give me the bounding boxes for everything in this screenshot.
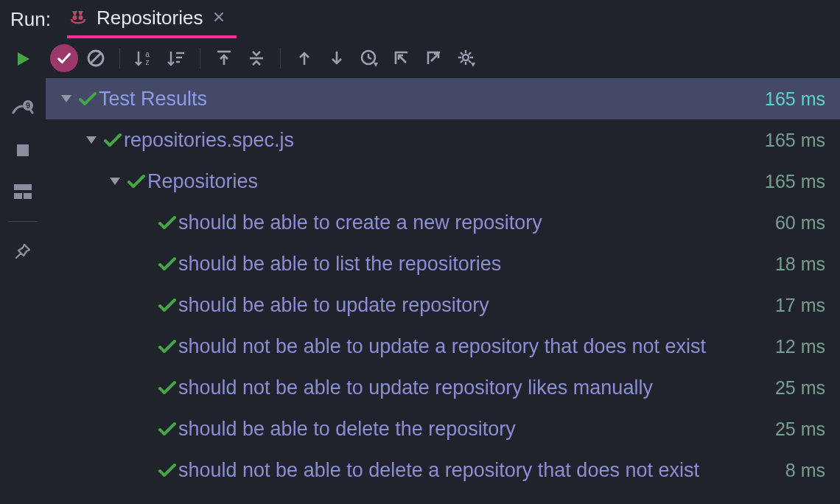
collapse-all-button[interactable] [242,43,271,73]
chevron-down-icon[interactable] [56,94,77,104]
toolbar-separator [119,48,120,69]
left-gutter: 9 [0,38,46,504]
tree-test-label: should not be able to update a repositor… [178,335,766,358]
svg-line-25 [399,55,406,63]
svg-line-33 [469,60,471,63]
export-tests-button[interactable] [419,43,449,73]
tree-root-time: 165 ms [765,88,825,110]
tree-test-time: 25 ms [775,377,825,399]
svg-line-35 [461,60,463,63]
pass-icon [156,421,178,437]
tree-suite-label: Repositories [147,170,756,193]
pass-icon [156,462,178,478]
tree-file-row[interactable]: repositories.spec.js 165 ms [46,119,840,161]
panel-title: Run: [10,8,51,31]
tree-test-row[interactable]: should not be able to update a repositor… [46,326,840,367]
pass-icon [156,256,178,272]
show-ignored-toggle[interactable] [81,43,111,73]
chevron-down-icon[interactable] [81,135,102,145]
show-passed-toggle[interactable] [50,44,78,72]
run-button[interactable] [10,46,36,72]
tree-test-label: should be able to create a new repositor… [178,211,766,234]
pass-icon [156,338,178,354]
tree-test-time: 18 ms [775,253,825,275]
pass-icon [77,91,99,107]
sort-duration-button[interactable] [161,43,191,73]
svg-line-26 [431,54,438,61]
stop-button[interactable] [10,137,36,164]
svg-line-10 [91,53,101,63]
tree-test-row[interactable]: should be able to create a new repositor… [46,202,840,243]
tree-test-time: 17 ms [775,295,825,316]
pin-button[interactable] [10,238,36,265]
svg-marker-37 [61,95,71,102]
toolbar-separator [200,48,200,69]
svg-text:a: a [145,50,150,58]
gutter-separator [8,221,38,222]
tree-test-label: should not be able to update repository … [178,377,766,399]
tree-test-label: should be able to list the repositories [178,253,766,276]
toolbar-separator [280,48,281,69]
tree-test-row[interactable]: should be able to delete the repository … [46,408,840,449]
tree-file-label: repositories.spec.js [124,129,756,152]
tree-file-time: 165 ms [765,130,825,151]
svg-text:9: 9 [26,102,30,110]
svg-text:z: z [146,58,150,66]
tree-test-row[interactable]: should be able to update repository 17 m… [46,284,840,326]
tree-root-label: Test Results [99,88,756,111]
svg-rect-5 [17,144,29,156]
close-tab-button[interactable] [210,8,228,28]
tree-test-row[interactable]: should not be able to update repository … [46,367,840,408]
tree-test-label: should be able to delete the repository [178,418,766,441]
toggle-breakpoint-icon[interactable]: 9 [10,96,36,122]
tree-suite-time: 165 ms [765,171,825,192]
tree-test-time: 12 ms [775,336,825,357]
svg-marker-24 [374,63,378,67]
svg-marker-2 [18,52,29,66]
svg-rect-6 [14,184,32,190]
test-history-button[interactable] [354,43,384,73]
tree-test-time: 25 ms [775,419,825,440]
sort-alpha-button[interactable]: a z [129,43,158,73]
pass-icon [156,297,178,313]
import-tests-button[interactable] [387,43,416,73]
run-config-tab[interactable]: Repositories [67,0,237,38]
tree-test-time: 60 ms [775,212,825,234]
test-toolbar: a z [46,38,840,78]
svg-line-34 [469,52,471,55]
svg-marker-39 [110,178,120,185]
tree-test-row[interactable]: should not be able to delete a repositor… [46,449,840,491]
svg-rect-7 [14,193,22,199]
pass-icon [156,379,178,396]
pass-icon [102,132,124,148]
tree-test-time: 8 ms [785,460,825,481]
svg-marker-38 [86,136,97,144]
tree-test-label: should be able to update repository [178,294,766,317]
tab-bar: Run: Repositories [0,0,840,38]
layout-button[interactable] [10,178,36,205]
prev-failed-button[interactable] [290,43,319,73]
tree-test-row[interactable]: should be able to list the repositories … [46,243,840,284]
tree-root-row[interactable]: Test Results 165 ms [46,78,840,119]
pass-icon [125,173,147,189]
svg-rect-8 [24,193,32,199]
next-failed-button[interactable] [322,43,351,73]
test-tree[interactable]: Test Results 165 ms repositories.spec.js… [46,78,840,504]
expand-all-button[interactable] [209,43,239,73]
chevron-down-icon[interactable] [105,176,125,186]
svg-line-32 [461,52,463,55]
tree-test-label: should not be able to delete a repositor… [178,459,777,482]
svg-point-0 [72,15,77,20]
jest-icon [70,8,89,27]
pass-icon [156,214,178,231]
svg-point-1 [78,15,83,20]
svg-marker-36 [471,63,475,67]
tree-suite-row[interactable]: Repositories 165 ms [46,161,840,202]
svg-point-27 [463,55,469,60]
settings-button[interactable] [452,43,481,73]
tab-title: Repositories [97,7,203,29]
